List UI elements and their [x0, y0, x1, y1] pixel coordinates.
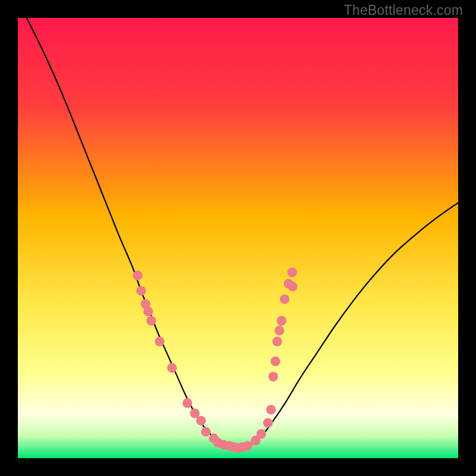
scatter-point — [273, 337, 282, 346]
bottleneck-plot — [18, 18, 458, 458]
scatter-point — [277, 316, 286, 325]
scatter-point — [201, 427, 211, 436]
scatter-point — [274, 325, 284, 335]
scatter-point — [287, 268, 297, 277]
chart-container: TheBottleneck.com — [0, 0, 476, 476]
scatter-point — [167, 363, 177, 372]
scatter-point — [136, 286, 146, 296]
scatter-point — [196, 416, 206, 425]
scatter-point — [243, 441, 252, 450]
scatter-point — [288, 281, 298, 291]
scatter-point — [143, 306, 153, 316]
scatter-point — [155, 337, 164, 346]
plot-area — [18, 18, 458, 458]
scatter-point — [256, 429, 266, 439]
scatter-point — [266, 405, 275, 414]
scatter-point — [263, 418, 273, 428]
scatter-point — [133, 271, 142, 280]
gradient-background — [18, 18, 458, 458]
scatter-point — [268, 372, 278, 381]
scatter-point — [190, 408, 199, 418]
watermark-text: TheBottleneck.com — [344, 2, 463, 18]
scatter-point — [146, 316, 156, 325]
scatter-point — [271, 356, 280, 366]
scatter-point — [280, 295, 289, 304]
scatter-point — [183, 398, 192, 408]
